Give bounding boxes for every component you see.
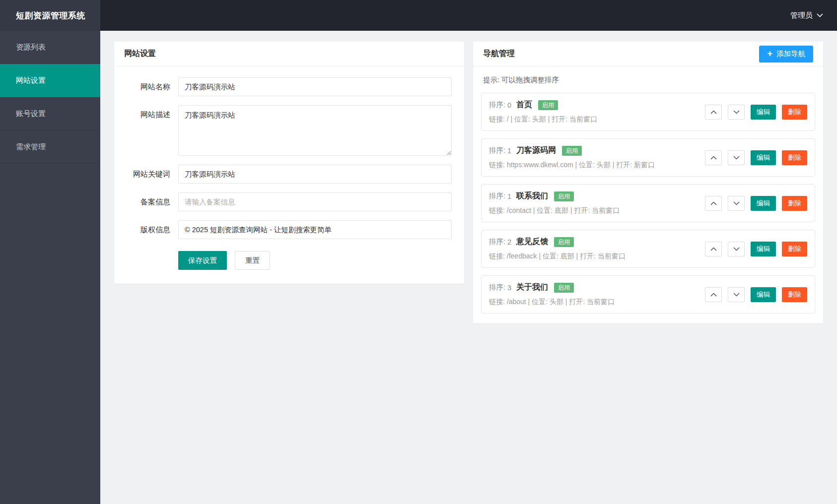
sort-prefix-label: 排序: — [489, 100, 505, 110]
move-up-button[interactable] — [705, 150, 722, 165]
delete-button[interactable]: 删除 — [782, 196, 807, 211]
nav-item-row[interactable]: 排序: 1 刀客源码网 启用 链接: https:www.dkewl.com |… — [481, 138, 815, 177]
move-down-button[interactable] — [728, 105, 745, 120]
delete-button[interactable]: 删除 — [782, 150, 807, 165]
nav-item-name: 首页 — [516, 100, 532, 110]
move-up-button[interactable] — [705, 287, 722, 302]
chevron-down-icon — [733, 201, 740, 205]
user-menu[interactable]: 管理员 — [790, 11, 823, 20]
chevron-down-icon — [817, 13, 823, 17]
add-nav-button[interactable]: + 添加导航 — [759, 46, 813, 63]
nav-item-meta: 链接: / | 位置: 头部 | 打开: 当前窗口 — [489, 115, 597, 124]
site-settings-card: 网站设置 网站名称 网站描述 刀客源码演示站 网站关键词 备案信息 版权信息 保… — [114, 42, 464, 284]
nav-item-name: 关于我们 — [516, 282, 548, 293]
sidebar-item-1[interactable]: 网站设置 — [0, 64, 100, 97]
chevron-down-icon — [733, 156, 740, 160]
delete-button[interactable]: 删除 — [782, 287, 807, 302]
nav-item-meta: 链接: https:www.dkewl.com | 位置: 头部 | 打开: 新… — [489, 161, 655, 170]
nav-item-name: 意见反馈 — [516, 237, 548, 247]
chevron-up-icon — [710, 110, 717, 114]
nav-item-info: 排序: 1 刀客源码网 启用 链接: https:www.dkewl.com |… — [489, 145, 655, 170]
move-down-button[interactable] — [728, 287, 745, 302]
edit-button[interactable]: 编辑 — [751, 242, 776, 256]
sidebar-item-label: 需求管理 — [16, 142, 46, 152]
nav-manage-card-header: 导航管理 + 添加导航 — [473, 42, 823, 66]
status-badge: 启用 — [554, 283, 574, 293]
chevron-up-icon — [710, 293, 717, 297]
form-row: 版权信息 — [127, 220, 452, 239]
form-row: 网站名称 — [127, 77, 452, 96]
move-down-button[interactable] — [728, 150, 745, 165]
sort-prefix-label: 排序: — [489, 283, 505, 292]
user-name: 管理员 — [790, 11, 813, 20]
form-row: 备案信息 — [127, 192, 452, 211]
site-keywords-input[interactable] — [178, 165, 452, 184]
form-row: 网站描述 刀客源码演示站 — [127, 105, 452, 156]
site-settings-form: 网站名称 网站描述 刀客源码演示站 网站关键词 备案信息 版权信息 — [127, 77, 452, 239]
sort-prefix-label: 排序: — [489, 191, 505, 201]
sort-value: 2 — [507, 238, 511, 246]
nav-item-name: 联系我们 — [516, 191, 548, 201]
move-up-button[interactable] — [705, 242, 722, 256]
nav-manage-card: 导航管理 + 添加导航 提示: 可以拖拽调整排序 排序: 0 首页 启用 链接:… — [473, 42, 823, 323]
sidebar-item-label: 资源列表 — [16, 43, 46, 52]
nav-item-name: 刀客源码网 — [516, 145, 556, 156]
move-up-button[interactable] — [705, 105, 722, 120]
nav-item-row[interactable]: 排序: 1 联系我们 启用 链接: /contact | 位置: 底部 | 打开… — [481, 184, 815, 222]
sidebar-item-label: 网站设置 — [16, 76, 46, 85]
nav-item-info: 排序: 3 关于我们 启用 链接: /about | 位置: 头部 | 打开: … — [489, 282, 615, 307]
sort-prefix-label: 排序: — [489, 146, 505, 155]
nav-list: 排序: 0 首页 启用 链接: / | 位置: 头部 | 打开: 当前窗口 编辑… — [481, 93, 815, 314]
status-badge: 启用 — [554, 237, 574, 247]
icp-info-input[interactable] — [178, 192, 452, 211]
nav-item-row[interactable]: 排序: 2 意见反馈 启用 链接: /feedback | 位置: 底部 | 打… — [481, 230, 815, 268]
nav-item-meta: 链接: /feedback | 位置: 底部 | 打开: 当前窗口 — [489, 252, 626, 261]
nav-item-meta: 链接: /contact | 位置: 底部 | 打开: 当前窗口 — [489, 206, 620, 215]
nav-item-info: 排序: 0 首页 启用 链接: / | 位置: 头部 | 打开: 当前窗口 — [489, 100, 597, 124]
drag-hint: 提示: 可以拖拽调整排序 — [483, 75, 813, 85]
field-label: 备案信息 — [127, 192, 170, 211]
nav-item-meta: 链接: /about | 位置: 头部 | 打开: 当前窗口 — [489, 298, 615, 307]
edit-button[interactable]: 编辑 — [751, 150, 776, 165]
nav-manage-title: 导航管理 — [483, 49, 515, 59]
sort-prefix-label: 排序: — [489, 237, 505, 247]
nav-item-row[interactable]: 排序: 3 关于我们 启用 链接: /about | 位置: 头部 | 打开: … — [481, 275, 815, 314]
status-badge: 启用 — [554, 191, 574, 201]
plus-icon: + — [767, 49, 772, 58]
sidebar-item-2[interactable]: 账号设置 — [0, 97, 100, 130]
reset-button[interactable]: 重置 — [235, 251, 270, 270]
site-settings-title: 网站设置 — [124, 49, 156, 59]
delete-button[interactable]: 删除 — [782, 105, 807, 120]
field-label: 网站名称 — [127, 77, 170, 96]
delete-button[interactable]: 删除 — [782, 242, 807, 256]
sidebar-item-3[interactable]: 需求管理 — [0, 130, 100, 164]
edit-button[interactable]: 编辑 — [751, 105, 776, 120]
site-name-input[interactable] — [178, 77, 452, 96]
move-down-button[interactable] — [728, 242, 745, 256]
move-down-button[interactable] — [728, 196, 745, 211]
edit-button[interactable]: 编辑 — [751, 196, 776, 211]
edit-button[interactable]: 编辑 — [751, 287, 776, 302]
save-settings-button[interactable]: 保存设置 — [178, 251, 227, 270]
chevron-up-icon — [710, 201, 717, 205]
move-up-button[interactable] — [705, 196, 722, 211]
site-desc-textarea[interactable]: 刀客源码演示站 — [178, 105, 452, 156]
field-label: 网站关键词 — [127, 165, 170, 184]
top-bar: 管理员 — [100, 0, 837, 31]
site-settings-card-header: 网站设置 — [114, 42, 464, 66]
app-logo: 短剧资源管理系统 — [0, 0, 100, 31]
field-label: 网站描述 — [127, 105, 170, 124]
sort-value: 0 — [507, 101, 511, 109]
nav-item-info: 排序: 1 联系我们 启用 链接: /contact | 位置: 底部 | 打开… — [489, 191, 620, 215]
sort-value: 1 — [507, 192, 511, 200]
nav-item-row[interactable]: 排序: 0 首页 启用 链接: / | 位置: 头部 | 打开: 当前窗口 编辑… — [481, 93, 815, 131]
main-content: 网站设置 网站名称 网站描述 刀客源码演示站 网站关键词 备案信息 版权信息 保… — [100, 31, 837, 504]
sort-value: 1 — [507, 147, 511, 155]
copyright-info-input[interactable] — [178, 220, 452, 239]
sidebar-item-label: 账号设置 — [16, 109, 46, 119]
chevron-down-icon — [733, 293, 740, 297]
status-badge: 启用 — [538, 100, 558, 110]
chevron-down-icon — [733, 247, 740, 251]
sidebar-item-0[interactable]: 资源列表 — [0, 31, 100, 64]
nav-item-info: 排序: 2 意见反馈 启用 链接: /feedback | 位置: 底部 | 打… — [489, 237, 626, 261]
